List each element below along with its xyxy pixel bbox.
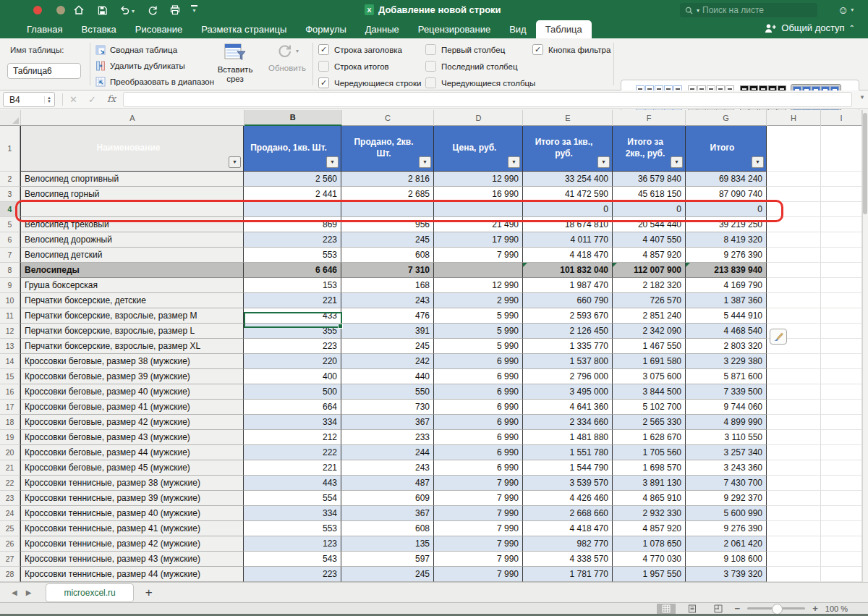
cell-F10[interactable]: 726 570	[613, 293, 686, 308]
cell-D8[interactable]	[434, 263, 523, 278]
cell-D3[interactable]: 16 990	[434, 187, 523, 202]
cell-G17[interactable]: 9 744 060	[686, 400, 767, 415]
cell-H5[interactable]	[767, 217, 821, 232]
cell-A20[interactable]: Кроссовки беговые, размер 44 (мужские)	[20, 445, 244, 460]
cell-A2[interactable]: Велосипед спортивный	[20, 172, 244, 187]
remove-duplicates-button[interactable]: Удалить дубликаты	[95, 59, 185, 73]
home-icon[interactable]	[72, 4, 85, 17]
row-header-11[interactable]: 11	[0, 308, 20, 324]
checkbox-unchecked-icon[interactable]	[425, 61, 436, 72]
cell-G14[interactable]: 3 229 380	[686, 354, 767, 369]
cell-H26[interactable]	[767, 536, 821, 552]
cell-F21[interactable]: 1 698 570	[613, 460, 686, 476]
cell-A21[interactable]: Кроссовки беговые, размер 45 (мужские)	[20, 460, 244, 476]
cell-B19[interactable]: 212	[244, 430, 341, 445]
row-header-10[interactable]: 10	[0, 293, 20, 308]
cell-F12[interactable]: 2 342 090	[613, 324, 686, 339]
checkbox-unchecked-icon[interactable]	[425, 44, 436, 55]
option-checkbox-2[interactable]: ✓Чередующиеся строки	[318, 77, 421, 88]
insert-slicer-button[interactable]: Вставить срез	[214, 43, 256, 84]
cell-I10[interactable]	[821, 293, 862, 308]
cell-D2[interactable]: 12 990	[434, 172, 523, 187]
cell-G3[interactable]: 87 090 740	[686, 187, 767, 202]
column-header-A[interactable]: A	[21, 110, 244, 126]
cell-I2[interactable]	[821, 172, 862, 187]
insert-function-icon[interactable]: fx	[107, 93, 116, 104]
cell-I11[interactable]	[821, 308, 862, 324]
cell-D9[interactable]: 12 990	[434, 278, 523, 293]
cell-B27[interactable]: 543	[244, 552, 341, 567]
cell-B8[interactable]: 6 646	[244, 263, 341, 278]
cell-C26[interactable]: 135	[341, 536, 434, 552]
cell-A14[interactable]: Кроссовки беговые, размер 38 (мужские)	[20, 354, 244, 369]
page-break-view-icon[interactable]	[709, 604, 728, 614]
cell-B24[interactable]: 334	[244, 506, 341, 521]
table-header-cell-B1[interactable]: Продано, 1кв. Шт.▼	[244, 126, 341, 172]
cell-I20[interactable]	[821, 445, 862, 460]
column-header-F[interactable]: F	[613, 110, 686, 126]
vertical-scrollbar-thumb[interactable]	[863, 113, 867, 214]
cell-H15[interactable]	[767, 369, 821, 384]
cell-C17[interactable]: 730	[341, 400, 434, 415]
cell-B4[interactable]	[244, 202, 341, 217]
cell-A28[interactable]: Кроссовки теннисные, размер 44 (мужские)	[20, 567, 244, 582]
ribbon-tab-5[interactable]: Данные	[356, 20, 409, 38]
cell-H23[interactable]	[767, 491, 821, 506]
cell-H22[interactable]	[767, 476, 821, 491]
cell-G20[interactable]: 3 257 340	[686, 445, 767, 460]
cell-C5[interactable]: 956	[341, 217, 434, 232]
cell-E14[interactable]: 1 537 800	[523, 354, 613, 369]
cell-B7[interactable]: 553	[244, 248, 341, 263]
column-header-I[interactable]: I	[821, 110, 862, 126]
ribbon-tab-6[interactable]: Рецензирование	[409, 20, 500, 38]
cell-A15[interactable]: Кроссовки беговые, размер 39 (мужские)	[20, 369, 244, 384]
cell-H16[interactable]	[767, 384, 821, 400]
cell-E8[interactable]: 101 832 040	[523, 263, 613, 278]
cell-C13[interactable]: 245	[341, 339, 434, 354]
cell-H3[interactable]	[767, 187, 821, 202]
column-header-G[interactable]: G	[686, 110, 767, 126]
cell-B15[interactable]: 400	[244, 369, 341, 384]
row-header-4[interactable]: 4	[0, 202, 20, 217]
cell-F17[interactable]: 5 102 700	[613, 400, 686, 415]
row-header-25[interactable]: 25	[0, 521, 20, 536]
row-header-9[interactable]: 9	[0, 278, 20, 293]
ribbon-collapse-icon[interactable]: ⌃	[849, 24, 855, 32]
undo-dropdown-icon[interactable]: ▾	[132, 8, 135, 14]
cell-I13[interactable]	[821, 339, 862, 354]
cell-A7[interactable]: Велосипед детский	[20, 248, 244, 263]
convert-to-range-button[interactable]: Преобразовать в диапазон	[95, 75, 214, 89]
cell-E6[interactable]: 4 011 770	[523, 232, 613, 248]
cell-A12[interactable]: Перчатки боксерские, взрослые, размер L	[20, 324, 244, 339]
checkbox-unchecked-icon[interactable]	[318, 61, 329, 72]
cell-C3[interactable]: 2 685	[341, 187, 434, 202]
cell-B18[interactable]: 334	[244, 415, 341, 430]
cell-I16[interactable]	[821, 384, 862, 400]
normal-view-icon[interactable]	[657, 604, 676, 614]
cell-G8[interactable]: 213 839 940	[686, 263, 767, 278]
cell-B5[interactable]: 869	[244, 217, 341, 232]
cell-G21[interactable]: 3 243 360	[686, 460, 767, 476]
cell-D4[interactable]	[434, 202, 523, 217]
add-sheet-icon[interactable]: +	[134, 586, 164, 600]
cell-D20[interactable]: 6 990	[434, 445, 523, 460]
cell-D22[interactable]: 7 990	[434, 476, 523, 491]
zoom-slider-knob[interactable]	[772, 604, 783, 615]
cell-A26[interactable]: Кроссовки теннисные, размер 42 (мужские)	[20, 536, 244, 552]
cell-H28[interactable]	[767, 567, 821, 582]
filter-dropdown-icon[interactable]: ▼	[752, 156, 764, 168]
cell-G12[interactable]: 4 468 540	[686, 324, 767, 339]
cell-F7[interactable]: 4 857 920	[613, 248, 686, 263]
cell-B26[interactable]: 123	[244, 536, 341, 552]
cell-E18[interactable]: 2 334 660	[523, 415, 613, 430]
filter-dropdown-icon[interactable]: ▼	[508, 156, 520, 168]
cell-C19[interactable]: 233	[341, 430, 434, 445]
zoom-in-icon[interactable]: +	[812, 603, 818, 614]
row-header-7[interactable]: 7	[0, 248, 20, 263]
cell-G24[interactable]: 5 600 990	[686, 506, 767, 521]
cell-C27[interactable]: 597	[341, 552, 434, 567]
filter-dropdown-icon[interactable]: ▼	[229, 156, 241, 168]
cell-E10[interactable]: 660 790	[523, 293, 613, 308]
window-minimize-button[interactable]	[56, 6, 65, 14]
cell-G2[interactable]: 69 834 240	[686, 172, 767, 187]
